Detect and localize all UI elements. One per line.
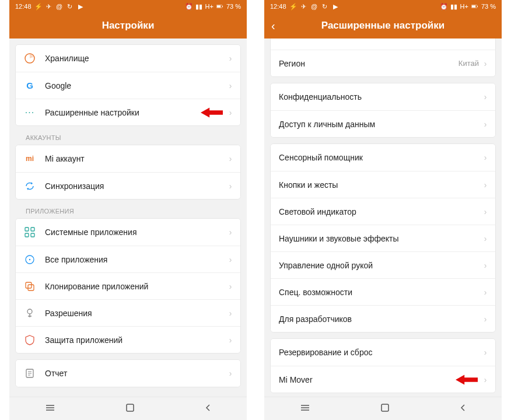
row-value: Китай <box>459 59 479 68</box>
row-led[interactable]: Световой индикатор › <box>271 198 495 225</box>
telegram-icon: ✈ <box>46 3 52 10</box>
chevron-right-icon: › <box>228 282 233 291</box>
advanced-list: Регион Китай › Конфиденциальность › Дост… <box>264 38 502 397</box>
svg-rect-5 <box>25 228 29 231</box>
left-screenshot: 12:48 ⚡ ✈ @ ↻ ▶ ⏰ ▮▮ H+ 73 % Настройки Х… <box>9 0 247 420</box>
apps-icon <box>24 226 36 238</box>
header: Настройки <box>9 13 247 38</box>
row-label: Кнопки и жесты <box>279 180 482 190</box>
alarm-icon: ⏰ <box>440 3 447 10</box>
row-permissions[interactable]: Разрешения › <box>16 299 240 326</box>
status-bar: 12:48 ⚡ ✈ @ ↻ ▶ ⏰ ▮▮ H+ 73 % <box>264 0 502 13</box>
chevron-right-icon: › <box>228 54 233 63</box>
row-partial[interactable] <box>271 38 495 50</box>
row-report[interactable]: Отчет › <box>16 360 240 387</box>
row-accessibility[interactable]: Спец. возможности › <box>271 278 495 305</box>
row-label: Спец. возможности <box>279 288 482 297</box>
chevron-right-icon: › <box>228 369 233 378</box>
row-label: Управление одной рукой <box>279 261 482 270</box>
svg-rect-1 <box>217 5 221 8</box>
list-card: Отчет › <box>15 359 241 387</box>
status-net: H+ <box>205 3 214 10</box>
row-clone-apps[interactable]: Клонирование приложений › <box>16 272 240 299</box>
row-privacy[interactable]: Конфиденциальность › <box>271 83 495 110</box>
row-label: Mi Mover <box>279 375 482 384</box>
row-label: Для разработчиков <box>279 314 482 324</box>
row-personal-data[interactable]: Доступ к личным данным › <box>271 110 495 137</box>
row-developer[interactable]: Для разработчиков › <box>271 305 495 332</box>
battery-icon <box>216 3 223 10</box>
row-label: Хранилище <box>45 54 228 63</box>
android-navbar <box>9 397 247 420</box>
row-region[interactable]: Регион Китай › <box>271 50 495 76</box>
google-icon: G <box>24 80 36 92</box>
chevron-right-icon: › <box>228 309 233 318</box>
row-backup-reset[interactable]: Резервирование и сброс › <box>271 339 495 366</box>
page-title: Настройки <box>102 20 155 32</box>
right-screenshot: 12:48 ⚡ ✈ @ ↻ ▶ ⏰ ▮▮ H+ 73 % ‹ Расширенн… <box>264 0 502 420</box>
play-icon: ▶ <box>77 3 84 10</box>
row-label: Все приложения <box>45 255 228 264</box>
refresh-icon: ↻ <box>66 3 74 10</box>
status-time: 12:48 <box>270 3 286 10</box>
refresh-icon: ↻ <box>321 3 328 10</box>
svg-point-10 <box>29 258 30 260</box>
row-label: Наушники и звуковые эффекты <box>279 234 482 243</box>
more-icon: ··· <box>24 107 36 118</box>
chevron-right-icon: › <box>482 180 488 190</box>
row-label: Световой индикатор <box>279 207 482 216</box>
row-label: Клонирование приложений <box>45 282 228 291</box>
sync-icon <box>24 180 36 192</box>
row-mi-mover[interactable]: Mi Mover › <box>271 366 495 393</box>
row-touch-assistant[interactable]: Сенсорный помощник › <box>271 144 495 171</box>
mi-icon: mi <box>24 153 36 164</box>
list-card: Хранилище › G Google › ··· Расширенные н… <box>15 44 241 126</box>
chevron-right-icon: › <box>482 92 488 102</box>
row-sync[interactable]: Синхронизация › <box>16 172 240 199</box>
chevron-right-icon: › <box>228 154 233 163</box>
row-storage[interactable]: Хранилище › <box>16 45 240 72</box>
status-time: 12:48 <box>15 3 32 10</box>
chevron-right-icon: › <box>482 348 488 357</box>
header: ‹ Расширенные настройки <box>264 13 502 38</box>
home-button[interactable] <box>125 403 135 415</box>
row-label: Защита приложений <box>45 335 228 345</box>
chevron-right-icon: › <box>482 375 488 384</box>
status-net: H+ <box>460 3 468 10</box>
row-buttons-gestures[interactable]: Кнопки и жесты › <box>271 171 495 198</box>
chevron-right-icon: › <box>482 234 488 243</box>
svg-rect-12 <box>28 285 34 290</box>
status-battery-pct: 73 % <box>226 3 241 10</box>
signal-icon: ▮▮ <box>195 3 202 10</box>
home-button[interactable] <box>380 403 390 415</box>
all-apps-icon <box>24 254 36 265</box>
chevron-right-icon: › <box>482 207 488 216</box>
back-button[interactable] <box>459 404 467 414</box>
row-label: Резервирование и сброс <box>279 348 482 357</box>
row-advanced[interactable]: ··· Расширенные настройки › <box>16 99 240 125</box>
svg-rect-21 <box>127 404 134 411</box>
row-system-apps[interactable]: Системные приложения › <box>16 219 240 246</box>
row-mi-account[interactable]: mi Mi аккаунт › <box>16 145 240 172</box>
back-button[interactable] <box>204 404 212 414</box>
svg-rect-11 <box>26 282 32 288</box>
row-one-hand[interactable]: Управление одной рукой › <box>271 251 495 278</box>
android-navbar <box>264 397 502 420</box>
svg-rect-23 <box>472 5 476 8</box>
list-card: Резервирование и сброс › Mi Mover › <box>270 338 496 393</box>
back-icon[interactable]: ‹ <box>271 19 275 33</box>
chevron-right-icon: › <box>228 255 233 264</box>
telegram-icon: ✈ <box>300 3 307 10</box>
recent-button[interactable] <box>299 404 311 414</box>
row-all-apps[interactable]: Все приложения › <box>16 246 240 272</box>
row-headphones[interactable]: Наушники и звуковые эффекты › <box>271 225 495 251</box>
recent-button[interactable] <box>44 404 56 414</box>
at-icon: @ <box>311 3 318 10</box>
battery-icon <box>471 3 478 10</box>
row-google[interactable]: G Google › <box>16 72 240 99</box>
row-app-protection[interactable]: Защита приложений › <box>16 326 240 353</box>
row-label: Расширенные настройки <box>45 108 228 117</box>
row-label: Доступ к личным данным <box>279 120 482 129</box>
list-card: Конфиденциальность › Доступ к личным дан… <box>270 83 496 138</box>
chevron-right-icon: › <box>482 153 488 162</box>
